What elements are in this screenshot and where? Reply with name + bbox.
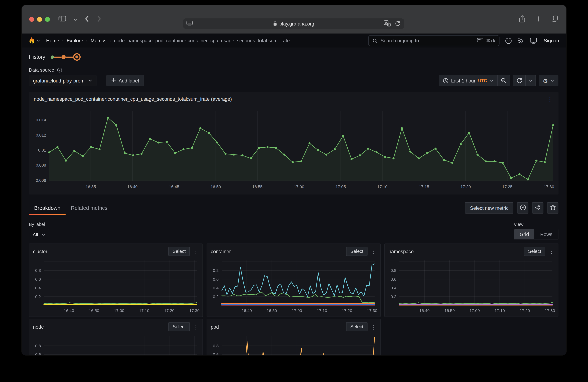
svg-text:17:15: 17:15	[419, 184, 429, 189]
bookmark-button[interactable]	[547, 202, 558, 214]
grid-spacer	[384, 319, 558, 355]
settings-button[interactable]: ⚙	[539, 75, 558, 86]
svg-text:17:20: 17:20	[164, 308, 174, 313]
view-rows-option[interactable]: Rows	[535, 229, 558, 239]
fullscreen-window-button[interactable]	[45, 17, 50, 22]
tab-overview-button[interactable]	[551, 15, 558, 23]
time-range-button[interactable]: Last 1 hour UTC	[439, 75, 497, 86]
node-chart[interactable]: 16:4016:5017:0017:1017:2017:300.20.40.60…	[30, 334, 203, 355]
close-window-button[interactable]	[29, 17, 34, 22]
refresh-interval-chevron[interactable]	[525, 75, 535, 86]
panel-header: container Select ⋮	[207, 244, 380, 256]
select-namespace-button[interactable]: Select	[524, 247, 545, 256]
grafana-logo[interactable]	[27, 36, 36, 45]
monitor-button[interactable]	[530, 38, 537, 44]
explore-button[interactable]	[517, 202, 528, 214]
page-proxy-icon[interactable]	[187, 21, 193, 28]
svg-text:17:20: 17:20	[461, 184, 471, 189]
by-label-value: All	[33, 232, 38, 237]
grafana-app: Home › Explore › Metrics › node_namespac…	[22, 34, 566, 355]
tab-breakdown[interactable]: Breakdown	[29, 201, 66, 215]
svg-text:17:10: 17:10	[317, 308, 327, 313]
search-input[interactable]: Search or jump to... ⌘+k	[368, 35, 500, 46]
svg-text:16:50: 16:50	[444, 308, 455, 313]
history-step-start[interactable]	[50, 55, 54, 59]
history-row: History	[29, 52, 559, 62]
address-bar[interactable]: play.grafana.org Ax	[183, 19, 404, 29]
help-button[interactable]: ?	[505, 37, 512, 44]
panel-menu-button[interactable]: ⋮	[192, 248, 200, 254]
select-node-button[interactable]: Select	[168, 322, 190, 331]
panel-menu-button[interactable]: ⋮	[547, 248, 556, 254]
refresh-button[interactable]	[513, 75, 525, 86]
svg-text:17:10: 17:10	[139, 308, 149, 313]
refresh-group	[513, 75, 536, 86]
panel-title: cluster	[33, 248, 47, 254]
sign-in-link[interactable]: Sign in	[544, 38, 559, 43]
history-step-middle[interactable]	[61, 55, 65, 59]
pod-chart[interactable]: 16:4016:5017:0017:1017:2017:300.20.40.60…	[208, 334, 380, 355]
breadcrumb-metrics[interactable]: Metrics	[91, 38, 106, 43]
search-icon	[372, 38, 378, 43]
select-new-metric-button[interactable]: Select new metric	[465, 202, 513, 214]
info-icon[interactable]	[57, 67, 63, 73]
select-container-button[interactable]: Select	[346, 247, 368, 256]
share-button[interactable]	[519, 15, 525, 24]
svg-text:0.2: 0.2	[213, 294, 219, 299]
container-chart[interactable]: 16:4016:5017:0017:1017:2017:300.20.40.60…	[208, 259, 380, 315]
add-label-button[interactable]: Add label	[107, 75, 144, 86]
panel-header: namespace Select ⋮	[385, 244, 558, 256]
select-cluster-button[interactable]: Select	[168, 247, 190, 256]
news-rss-button[interactable]	[517, 37, 524, 44]
svg-text:17:30: 17:30	[545, 308, 555, 313]
breadcrumb-explore[interactable]: Explore	[67, 38, 83, 43]
panel-title: namespace	[388, 248, 414, 254]
cluster-chart[interactable]: 16:4016:5017:0017:1017:2017:300.20.40.60…	[30, 259, 203, 315]
panel-header: cluster Select ⋮	[29, 244, 203, 256]
panel-menu-button[interactable]: ⋮	[546, 96, 554, 102]
svg-text:0.6: 0.6	[35, 352, 41, 355]
main-panel-header: node_namespace_pod_container:container_c…	[29, 92, 558, 102]
breadcrumb-home[interactable]: Home	[46, 38, 59, 43]
history-step-current[interactable]	[73, 53, 80, 61]
datasource-picker[interactable]: grafanacloud-play-prom	[29, 75, 97, 86]
select-pod-button[interactable]: Select	[346, 322, 368, 331]
back-button[interactable]	[85, 16, 89, 23]
svg-text:0.2: 0.2	[391, 294, 397, 299]
filters-row: By label All View Grid Rows	[29, 222, 559, 238]
zoom-out-button[interactable]	[497, 75, 509, 86]
main-metric-chart[interactable]: 16:3516:4016:4516:5016:5517:0017:0517:10…	[30, 107, 558, 194]
translate-icon[interactable]: Ax	[384, 20, 391, 28]
panel-header: node Select ⋮	[29, 319, 203, 331]
svg-text:0.006: 0.006	[36, 178, 46, 183]
svg-text:?: ?	[507, 38, 510, 43]
reload-icon[interactable]	[395, 20, 400, 27]
panel-pod: pod Select ⋮ 16:4016:5017:0017:1017:2017…	[207, 319, 380, 355]
tabs-icon	[551, 15, 558, 23]
namespace-chart[interactable]: 16:4016:5017:0017:1017:2017:300.20.40.60…	[385, 259, 558, 315]
org-switcher-chevron-icon[interactable]	[37, 40, 40, 42]
minimize-window-button[interactable]	[37, 17, 42, 22]
history-label: History	[29, 54, 45, 60]
new-tab-button[interactable]	[536, 16, 541, 23]
chevron-left-icon	[85, 16, 89, 23]
svg-text:0.6: 0.6	[213, 277, 219, 282]
keyboard-icon	[477, 38, 483, 43]
by-label-label: By label	[29, 222, 49, 227]
sidebar-menu-chevron[interactable]	[74, 17, 77, 22]
tab-related-metrics[interactable]: Related metrics	[66, 201, 113, 215]
svg-text:17:25: 17:25	[502, 184, 512, 189]
panel-menu-button[interactable]: ⋮	[192, 324, 200, 329]
main-panel-title: node_namespace_pod_container:container_c…	[34, 96, 232, 102]
svg-text:16:50: 16:50	[267, 308, 277, 313]
svg-text:0.8: 0.8	[391, 268, 397, 273]
forward-button[interactable]	[97, 16, 101, 23]
sidebar-toggle-button[interactable]	[59, 16, 66, 23]
panel-menu-button[interactable]: ⋮	[369, 324, 378, 329]
view-grid-option[interactable]: Grid	[514, 229, 535, 239]
svg-text:16:40: 16:40	[64, 308, 74, 313]
by-label-select[interactable]: All	[29, 229, 49, 240]
lock-icon	[273, 21, 277, 26]
panel-menu-button[interactable]: ⋮	[369, 248, 378, 254]
share-panel-button[interactable]	[532, 202, 543, 214]
